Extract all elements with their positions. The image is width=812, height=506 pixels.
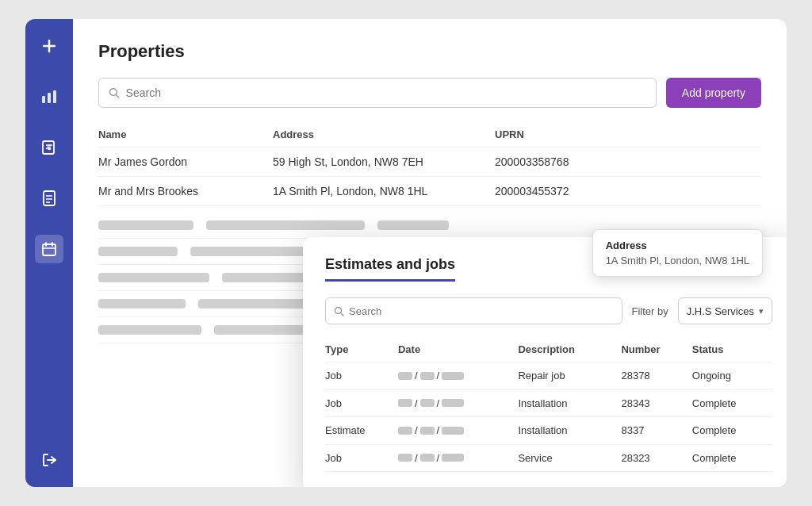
est-desc: Installation [518, 389, 621, 417]
col-header-address: Address [273, 122, 495, 148]
est-number: 28323 [621, 444, 691, 472]
search-bar-row: Add property [98, 78, 761, 108]
svg-line-21 [341, 312, 344, 316]
skeleton-block [377, 220, 449, 230]
est-desc: Repair job [518, 362, 621, 390]
estimates-row[interactable]: Job // Service 28323 Complete [325, 444, 772, 472]
estimates-table: Type Date Description Number Status Job … [325, 337, 772, 472]
row-name: Mr James Gordon [98, 148, 273, 177]
est-col-desc: Description [518, 337, 621, 362]
chart-icon[interactable] [35, 82, 63, 111]
col-header-uprn: UPRN [495, 122, 761, 148]
est-number: 8337 [621, 417, 691, 445]
chevron-down-icon: ▾ [759, 306, 764, 316]
est-col-status: Status [692, 337, 772, 362]
table-row[interactable]: Mr James Gordon 59 High St, London, NW8 … [98, 148, 761, 177]
est-number: 28378 [621, 362, 691, 390]
est-type: Job [325, 362, 398, 390]
est-date: // [398, 362, 518, 390]
main-content: Properties Add property Name Address UPR… [73, 19, 787, 487]
est-status: Complete [692, 389, 772, 417]
skeleton-block [98, 247, 178, 256]
row-uprn: 200003455372 [495, 177, 761, 206]
estimates-row[interactable]: Estimate // Installation 8337 Complete [325, 417, 772, 445]
date-placeholder: // [398, 397, 464, 409]
estimates-row[interactable]: Job // Repair job 28378 Ongoing [325, 362, 772, 390]
estimates-search-icon [334, 306, 344, 316]
date-placeholder: // [398, 452, 464, 464]
skeleton-block [98, 325, 201, 335]
table-row[interactable]: Mr and Mrs Brookes 1A Smith Pl, London, … [98, 177, 761, 206]
skeleton-block [206, 220, 365, 230]
tooltip-value: 1A Smith Pl, London, NW8 1HL [606, 255, 749, 266]
calendar-icon[interactable] [35, 235, 63, 263]
row-uprn: 200003358768 [495, 148, 761, 177]
dollar-icon[interactable]: $ [35, 133, 63, 162]
search-input-wrap [98, 78, 657, 108]
tooltip-label: Address [606, 240, 749, 251]
estimates-row[interactable]: Job // Installation 28343 Complete [325, 389, 772, 417]
est-date: // [398, 389, 518, 417]
row-address: 1A Smith Pl, London, NW8 1HL [273, 177, 495, 206]
est-desc: Installation [518, 417, 621, 445]
filter-by-label: Filter by [632, 305, 668, 317]
document-icon[interactable] [35, 184, 63, 213]
est-status: Complete [692, 417, 772, 445]
row-name: Mr and Mrs Brookes [98, 177, 273, 206]
estimates-search-input[interactable] [349, 305, 614, 317]
svg-rect-4 [53, 90, 56, 103]
filter-dropdown-value: J.H.S Services [687, 305, 754, 317]
svg-text:$: $ [47, 144, 51, 151]
est-type: Job [325, 389, 398, 417]
date-placeholder: // [398, 370, 464, 381]
search-input[interactable] [126, 86, 646, 99]
svg-rect-13 [43, 244, 56, 255]
est-status: Ongoing [692, 362, 772, 390]
skeleton-block [98, 220, 193, 230]
estimates-search-row: Filter by J.H.S Services ▾ [325, 297, 772, 324]
svg-rect-9 [44, 191, 55, 205]
est-col-date: Date [398, 337, 518, 362]
est-col-number: Number [621, 337, 691, 362]
add-property-button[interactable]: Add property [666, 78, 761, 108]
estimates-search-wrap [325, 297, 622, 324]
skeleton-block [98, 299, 186, 309]
est-type: Job [325, 444, 398, 472]
est-date: // [398, 444, 518, 472]
svg-rect-2 [42, 96, 45, 103]
logout-icon[interactable] [35, 446, 63, 474]
screen-wrapper: $ [25, 19, 787, 487]
page-title: Properties [98, 41, 761, 62]
svg-rect-3 [48, 93, 51, 103]
search-icon [109, 87, 120, 98]
svg-line-19 [116, 94, 118, 97]
tooltip-popup: Address 1A Smith Pl, London, NW8 1HL [592, 229, 763, 277]
skeleton-block [98, 273, 209, 282]
est-date: // [398, 417, 518, 445]
est-type: Estimate [325, 417, 398, 445]
date-placeholder: // [398, 424, 464, 436]
plus-icon[interactable] [35, 32, 63, 60]
est-col-type: Type [325, 337, 398, 362]
col-header-name: Name [98, 122, 273, 148]
sidebar: $ [25, 19, 73, 487]
row-address: 59 High St, London, NW8 7EH [273, 148, 495, 177]
filter-dropdown[interactable]: J.H.S Services ▾ [678, 297, 772, 324]
est-desc: Service [518, 444, 621, 472]
properties-table: Name Address UPRN Mr James Gordon 59 Hig… [98, 122, 761, 206]
est-status: Complete [692, 444, 772, 472]
est-number: 28343 [621, 389, 691, 417]
